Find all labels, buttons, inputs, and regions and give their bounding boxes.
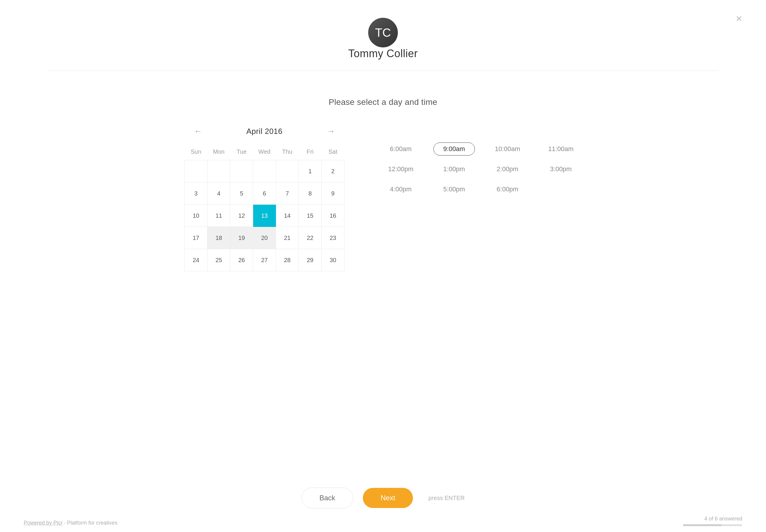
calendar-day-empty <box>208 160 230 182</box>
calendar-day[interactable]: 17 <box>185 227 208 249</box>
weekday-fri: Fri <box>299 145 322 160</box>
calendar-body: 1234567891011121314151617181920212223242… <box>185 160 344 271</box>
calendar-day[interactable]: 19 <box>230 227 253 249</box>
close-button[interactable]: ✕ <box>735 15 742 23</box>
calendar-day[interactable]: 28 <box>276 249 299 271</box>
calendar-day-empty <box>253 160 276 182</box>
calendar-week-row: 10111213141516 <box>185 205 344 227</box>
bottom-bar: Powered by Picr · Platform for creatives… <box>0 510 766 532</box>
calendar-day[interactable]: 12 <box>230 205 253 227</box>
calendar-day[interactable]: 29 <box>299 249 322 271</box>
calendar-day[interactable]: 1 <box>299 160 322 182</box>
header: TC Tommy Collier <box>0 0 766 60</box>
calendar-day[interactable]: 6 <box>253 182 276 205</box>
calendar-title: April 2016 <box>246 127 283 136</box>
calendar-day[interactable]: 15 <box>299 205 322 227</box>
avatar: TC <box>368 18 398 47</box>
next-button[interactable]: Next <box>363 488 413 508</box>
calendar-day[interactable]: 24 <box>185 249 208 271</box>
calendar-day-empty <box>276 160 299 182</box>
calendar-week-row: 17181920212223 <box>185 227 344 249</box>
powered-by: Powered by Picr · Platform for creatives <box>24 520 117 526</box>
next-month-button[interactable]: → <box>323 125 339 138</box>
footer-actions: Back Next press ENTER <box>0 488 766 508</box>
weekday-sat: Sat <box>322 145 344 160</box>
calendar-day[interactable]: 22 <box>299 227 322 249</box>
calendar-day[interactable]: 11 <box>208 205 230 227</box>
time-slot[interactable]: 3:00pm <box>540 163 582 176</box>
calendar-day[interactable]: 16 <box>322 205 344 227</box>
calendar-day[interactable]: 5 <box>230 182 253 205</box>
calendar-day[interactable]: 26 <box>230 249 253 271</box>
calendar-day[interactable]: 18 <box>208 227 230 249</box>
back-button[interactable]: Back <box>302 488 353 508</box>
user-name: Tommy Collier <box>348 47 418 60</box>
time-slot[interactable]: 6:00am <box>380 142 422 156</box>
powered-by-link[interactable]: Powered by Picr <box>24 520 62 526</box>
time-slot[interactable]: 2:00pm <box>487 163 528 176</box>
time-slot[interactable]: 6:00pm <box>487 183 528 196</box>
calendar-section: ← April 2016 → Sun Mon Tue Wed Thu Fri S <box>184 125 582 271</box>
calendar-day[interactable]: 23 <box>322 227 344 249</box>
weekday-thu: Thu <box>276 145 299 160</box>
calendar-day[interactable]: 14 <box>276 205 299 227</box>
calendar-day[interactable]: 8 <box>299 182 322 205</box>
calendar-day[interactable]: 10 <box>185 205 208 227</box>
progress-bar-fill <box>683 524 722 526</box>
calendar-day[interactable]: 3 <box>185 182 208 205</box>
calendar: ← April 2016 → Sun Mon Tue Wed Thu Fri S <box>184 125 344 271</box>
calendar-day[interactable]: 2 <box>322 160 344 182</box>
calendar-week-row: 24252627282930 <box>185 249 344 271</box>
platform-text: Platform for creatives <box>67 520 117 526</box>
time-grid: 6:00am9:00am10:00am11:00am12:00pm1:00pm2… <box>380 142 582 196</box>
calendar-week-row: 3456789 <box>185 182 344 205</box>
calendar-time-container: Please select a day and time ← April 201… <box>184 97 582 271</box>
weekday-mon: Mon <box>208 145 230 160</box>
calendar-day[interactable]: 21 <box>276 227 299 249</box>
separator: · <box>62 520 67 526</box>
calendar-day-empty <box>185 160 208 182</box>
weekday-sun: Sun <box>185 145 208 160</box>
prev-month-button[interactable]: ← <box>190 125 206 138</box>
progress-bar-background <box>683 524 742 526</box>
calendar-day[interactable]: 4 <box>208 182 230 205</box>
time-section: 6:00am9:00am10:00am11:00am12:00pm1:00pm2… <box>380 142 582 196</box>
calendar-day[interactable]: 30 <box>322 249 344 271</box>
press-enter-hint: press ENTER <box>428 495 464 501</box>
time-slot[interactable]: 4:00pm <box>380 183 422 196</box>
calendar-day[interactable]: 27 <box>253 249 276 271</box>
calendar-day[interactable]: 13 <box>253 205 276 227</box>
time-slot[interactable]: 10:00am <box>487 142 528 156</box>
progress-label: 4 of 6 answered <box>704 516 742 522</box>
calendar-weekday-row: Sun Mon Tue Wed Thu Fri Sat <box>185 145 344 160</box>
main-content: Please select a day and time ← April 201… <box>0 71 766 271</box>
calendar-header: ← April 2016 → <box>184 125 344 138</box>
calendar-week-row: 12 <box>185 160 344 182</box>
time-slot[interactable]: 12:00pm <box>380 163 422 176</box>
footer-buttons: Back Next press ENTER <box>302 488 465 508</box>
time-slot[interactable]: 11:00am <box>540 142 582 156</box>
calendar-day[interactable]: 20 <box>253 227 276 249</box>
weekday-tue: Tue <box>230 145 253 160</box>
calendar-day[interactable]: 25 <box>208 249 230 271</box>
weekday-wed: Wed <box>253 145 276 160</box>
time-slot[interactable]: 9:00am <box>433 142 475 156</box>
calendar-day-empty <box>230 160 253 182</box>
time-slot[interactable]: 1:00pm <box>433 163 475 176</box>
instruction-text: Please select a day and time <box>329 97 437 107</box>
calendar-day[interactable]: 9 <box>322 182 344 205</box>
time-slot[interactable]: 5:00pm <box>433 183 475 196</box>
progress-container: 4 of 6 answered <box>683 516 742 526</box>
calendar-grid: Sun Mon Tue Wed Thu Fri Sat 123456789101… <box>184 145 344 271</box>
calendar-day[interactable]: 7 <box>276 182 299 205</box>
